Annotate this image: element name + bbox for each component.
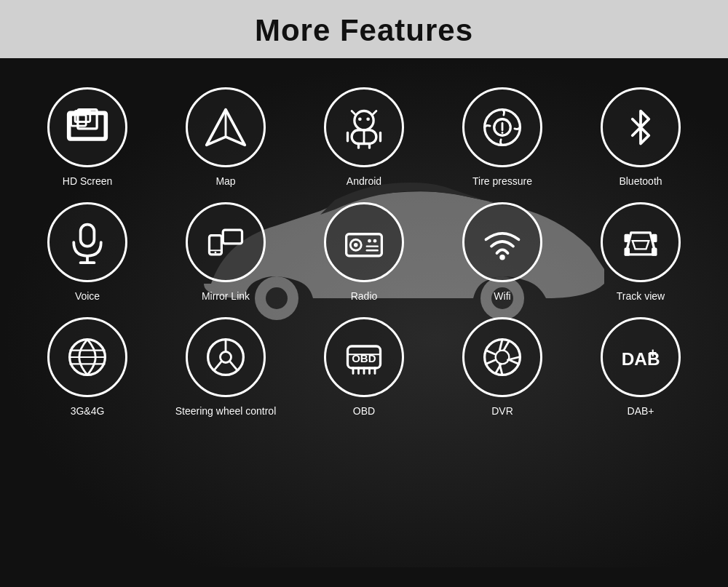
svg-rect-33 (347, 234, 382, 256)
svg-rect-41 (625, 234, 630, 242)
main-area: HD Screen Map Android (0, 58, 728, 567)
svg-point-13 (366, 117, 370, 121)
wifi-icon (462, 202, 542, 282)
mirror-link-icon (186, 202, 266, 282)
dab-label: DAB+ (628, 404, 654, 418)
map-label: Map (215, 175, 235, 188)
hd-screen-label: HD Screen (63, 175, 112, 188)
svg-line-52 (215, 362, 221, 370)
dvr-label: DVR (491, 404, 513, 418)
map-icon (186, 87, 266, 167)
svg-line-15 (372, 111, 376, 116)
tire-pressure-label: Tire pressure (472, 175, 532, 188)
features-grid: HD Screen Map Android (0, 58, 728, 433)
radio-label: Radio (351, 289, 378, 303)
tire-pressure-icon (462, 87, 542, 167)
3g4g-label: 3G&4G (71, 404, 105, 418)
svg-text:+: + (649, 345, 657, 360)
feature-item-track-view[interactable]: Track view (575, 202, 706, 303)
3g4g-icon (47, 317, 127, 397)
svg-point-25 (502, 132, 504, 134)
wifi-label: Wifi (494, 289, 510, 303)
svg-line-14 (352, 111, 356, 116)
svg-rect-29 (223, 230, 242, 244)
steering-wheel-label: Steering wheel control (175, 404, 277, 418)
feature-item-android[interactable]: Android (298, 87, 430, 188)
svg-point-37 (373, 239, 377, 243)
page-title: More Features (0, 13, 728, 48)
feature-item-obd[interactable]: OBD OBD (298, 317, 430, 418)
obd-label: OBD (353, 404, 375, 418)
android-icon (324, 87, 404, 167)
svg-point-12 (358, 117, 362, 121)
dvr-icon (462, 317, 542, 397)
obd-icon: OBD (324, 317, 404, 397)
feature-item-3g4g[interactable]: 3G&4G (22, 317, 153, 418)
dab-icon: DAB + (601, 317, 681, 397)
steering-wheel-icon (186, 317, 266, 397)
svg-point-35 (354, 243, 358, 247)
svg-point-11 (355, 111, 373, 130)
svg-point-36 (368, 239, 371, 243)
svg-line-53 (230, 362, 237, 370)
svg-point-63 (496, 351, 510, 364)
svg-rect-44 (652, 248, 657, 256)
android-label: Android (347, 175, 381, 188)
track-view-label: Track view (617, 289, 665, 303)
hd-screen-icon (47, 87, 127, 167)
feature-item-voice[interactable]: Voice (22, 202, 153, 303)
svg-rect-43 (625, 248, 630, 256)
feature-item-radio[interactable]: Radio (298, 202, 430, 303)
feature-item-dab[interactable]: DAB + DAB+ (575, 317, 706, 418)
feature-item-mirror-link[interactable]: Mirror Link (160, 202, 291, 303)
voice-icon (47, 202, 127, 282)
svg-text:OBD: OBD (352, 352, 376, 364)
bluetooth-icon (601, 87, 681, 167)
svg-rect-26 (81, 225, 95, 247)
feature-item-map[interactable]: Map (160, 87, 291, 188)
bluetooth-label: Bluetooth (619, 175, 662, 188)
feature-item-hd-screen[interactable]: HD Screen (22, 87, 153, 188)
track-view-icon (601, 202, 681, 282)
header: More Features (0, 0, 728, 58)
mirror-link-label: Mirror Link (202, 289, 250, 303)
svg-point-40 (499, 255, 505, 260)
feature-item-dvr[interactable]: DVR (437, 317, 568, 418)
radio-icon (324, 202, 404, 282)
feature-item-bluetooth[interactable]: Bluetooth (575, 87, 706, 188)
voice-label: Voice (75, 289, 100, 303)
svg-rect-42 (652, 234, 657, 242)
feature-item-tire-pressure[interactable]: Tire pressure (437, 87, 568, 188)
svg-point-32 (215, 252, 217, 254)
feature-item-wifi[interactable]: Wifi (437, 202, 568, 303)
feature-item-steering-wheel[interactable]: Steering wheel control (160, 317, 291, 418)
